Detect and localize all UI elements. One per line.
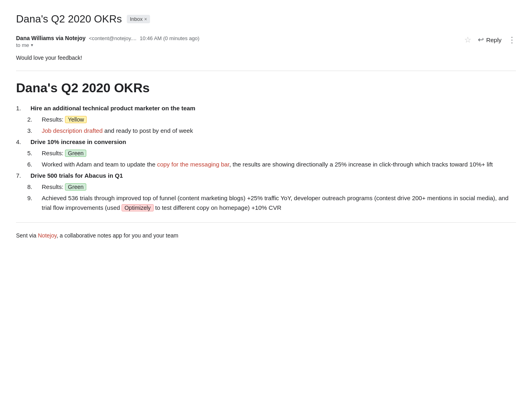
sender-block: Dana Williams via Notejoy <content@notej… <box>16 35 199 48</box>
sender-line: Dana Williams via Notejoy <content@notej… <box>16 35 199 41</box>
email-subject-row: Dana's Q2 2020 OKRs Inbox × <box>16 10 516 25</box>
item-heading: Drive 500 trials for Abacus in Q1 <box>30 171 123 181</box>
status-badge-green: Green <box>65 150 86 157</box>
item-heading: Drive 10% increase in conversion <box>30 137 126 147</box>
item-content: Job description drafted and ready to pos… <box>42 126 193 136</box>
email-header: Dana Williams via Notejoy <content@notej… <box>16 35 516 48</box>
reply-button[interactable]: ↩ Reply <box>478 35 502 44</box>
item-content: Worked with Adam and team to update the … <box>42 160 493 169</box>
list-item: 7. Drive 500 trials for Abacus in Q1 <box>16 171 516 181</box>
messaging-bar-link[interactable]: copy for the messaging bar <box>157 161 229 168</box>
item-content: Results: Yellow <box>42 115 87 124</box>
list-item: 9. Achieved 536 trials through improved … <box>27 193 516 213</box>
reply-icon: ↩ <box>478 35 484 44</box>
to-me[interactable]: to me ▾ <box>16 42 199 48</box>
item-number: 5. <box>27 148 39 158</box>
item-number: 2. <box>27 115 39 124</box>
to-me-chevron-icon[interactable]: ▾ <box>31 43 33 48</box>
inbox-badge[interactable]: Inbox × <box>127 15 150 23</box>
more-options-icon[interactable]: ⋮ <box>508 35 516 45</box>
item-content: Results: Green <box>42 148 86 158</box>
item-number: 8. <box>27 182 39 192</box>
footer-suffix: , a collaborative notes app for you and … <box>57 232 179 239</box>
item-number: 3. <box>27 126 39 136</box>
item-number: 7. <box>16 171 27 181</box>
notejoy-link[interactable]: Notejoy <box>38 232 56 239</box>
reply-label: Reply <box>486 37 502 43</box>
item-number: 4. <box>16 137 27 147</box>
footer-prefix: Sent via <box>16 232 38 239</box>
list-item: 8. Results: Green <box>27 182 516 192</box>
item-number: 1. <box>16 104 27 113</box>
status-badge-yellow: Yellow <box>65 116 87 123</box>
item-heading: Hire an additional technical product mar… <box>30 104 195 113</box>
list-item: 1. Hire an additional technical product … <box>16 104 516 113</box>
footer-text: Sent via Notejoy, a collaborative notes … <box>16 232 516 239</box>
email-actions: ☆ ↩ Reply ⋮ <box>464 35 516 45</box>
divider <box>16 71 516 71</box>
sender-name: Dana Williams via Notejoy <box>16 35 85 41</box>
optimizely-badge: Optimizely <box>122 204 153 211</box>
item-content: Results: Green <box>42 182 86 192</box>
email-time: 10:46 AM (0 minutes ago) <box>140 35 199 41</box>
email-subject-title: Dana's Q2 2020 OKRs <box>16 13 122 25</box>
list-item: 4. Drive 10% increase in conversion <box>16 137 516 147</box>
list-item: 6. Worked with Adam and team to update t… <box>27 160 516 169</box>
item-number: 6. <box>27 160 39 169</box>
note-title: Dana's Q2 2020 OKRs <box>16 81 516 95</box>
okr-list: 1. Hire an additional technical product … <box>16 104 516 213</box>
job-description-link[interactable]: Job description drafted <box>42 127 103 134</box>
inbox-badge-label: Inbox <box>130 16 143 22</box>
to-me-label: to me <box>16 42 29 48</box>
list-item: 2. Results: Yellow <box>27 115 516 124</box>
email-body-intro: Would love your feedback! <box>16 55 516 61</box>
list-item: 5. Results: Green <box>27 148 516 158</box>
item-content: Achieved 536 trials through improved top… <box>42 193 516 213</box>
star-icon[interactable]: ☆ <box>464 35 471 45</box>
sender-email: <content@notejoy.... <box>89 35 136 41</box>
status-badge-green-2: Green <box>65 183 86 191</box>
list-item: 3. Job description drafted and ready to … <box>27 126 516 136</box>
inbox-badge-close[interactable]: × <box>144 16 147 22</box>
note-content: Dana's Q2 2020 OKRs 1. Hire an additiona… <box>16 81 516 213</box>
footer-divider <box>16 222 516 223</box>
item-number: 9. <box>27 193 39 213</box>
